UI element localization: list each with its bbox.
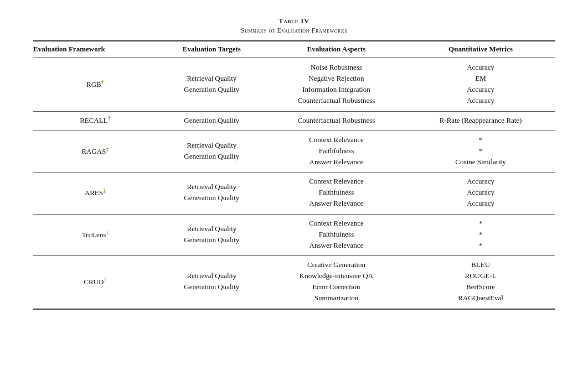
col-header-metrics: Quantitative Metrics: [406, 41, 555, 58]
targets-ares: Retrieval QualityGeneration Quality: [157, 173, 266, 214]
table-number: Table IV: [33, 17, 555, 25]
aspects-crud: Creative GenerationKnowledge-intensive Q…: [266, 255, 406, 309]
aspects-trulens: Context RelevanceFaithfulnessAnswer Rele…: [266, 214, 406, 255]
aspects-recall: Counterfactual Robustness: [266, 111, 406, 130]
framework-name-ares: ARES‡: [33, 173, 157, 214]
superscript-rgb: †: [101, 79, 104, 85]
table-caption: Summary of Evaluation Frameworks: [33, 27, 555, 35]
page: Table IV Summary of Evaluation Framework…: [0, 0, 588, 376]
table-row-rgb: RGB† Retrieval QualityGeneration Quality…: [33, 58, 555, 112]
targets-rgb: Retrieval QualityGeneration Quality: [157, 58, 266, 112]
metrics-crud: BLEUROUGE-LBertScoreRAGQuestEval: [406, 255, 555, 309]
framework-name-rgb: RGB†: [33, 58, 157, 112]
framework-name-ragas: RAGAS‡: [33, 130, 157, 172]
table-title-block: Table IV Summary of Evaluation Framework…: [33, 17, 555, 35]
table-container: Table IV Summary of Evaluation Framework…: [33, 17, 555, 310]
table-header-row: Evaluation Framework Evaluation Targets …: [33, 41, 555, 58]
table-row-ares: ARES‡ Retrieval QualityGeneration Qualit…: [33, 173, 555, 214]
targets-recall: Generation Quality: [157, 111, 266, 130]
superscript-ragas: ‡: [106, 146, 109, 152]
framework-name-crud: CRUD†: [33, 255, 157, 309]
superscript-trulens: ‡: [106, 229, 109, 236]
superscript-ares: ‡: [103, 187, 106, 194]
targets-trulens: Retrieval QualityGeneration Quality: [157, 214, 266, 255]
superscript-crud: †: [104, 276, 106, 283]
aspects-ares: Context RelevanceFaithfulnessAnswer Rele…: [266, 173, 406, 214]
table-row-ragas: RAGAS‡ Retrieval QualityGeneration Quali…: [33, 130, 555, 172]
superscript-recall: †: [108, 115, 111, 121]
metrics-trulens: ***: [406, 214, 555, 255]
evaluation-table: Evaluation Framework Evaluation Targets …: [33, 40, 555, 310]
table-row-trulens: TruLens‡ Retrieval QualityGeneration Qua…: [33, 214, 555, 255]
table-row-recall: RECALL† Generation Quality Counterfactua…: [33, 111, 555, 130]
framework-name-recall: RECALL†: [33, 111, 157, 130]
aspects-rgb: Noise RobustnessNegative RejectionInform…: [266, 58, 406, 112]
aspects-ragas: Context RelevanceFaithfulnessAnswer Rele…: [266, 130, 406, 172]
col-header-aspects: Evaluation Aspects: [266, 41, 406, 58]
metrics-rgb: AccuracyEMAccuracyAccuracy: [406, 58, 555, 112]
table-row-crud: CRUD† Retrieval QualityGeneration Qualit…: [33, 255, 555, 309]
targets-crud: Retrieval QualityGeneration Quality: [157, 255, 266, 309]
col-header-framework: Evaluation Framework: [33, 41, 157, 58]
targets-ragas: Retrieval QualityGeneration Quality: [157, 130, 266, 172]
metrics-ragas: **Cosine Similarity: [406, 130, 555, 172]
table-body: RGB† Retrieval QualityGeneration Quality…: [33, 58, 555, 309]
metrics-ares: AccuracyAccuracyAccuracy: [406, 173, 555, 214]
metrics-recall: R-Rate (Reappearance Rate): [406, 111, 555, 130]
col-header-targets: Evaluation Targets: [157, 41, 266, 58]
framework-name-trulens: TruLens‡: [33, 214, 157, 255]
